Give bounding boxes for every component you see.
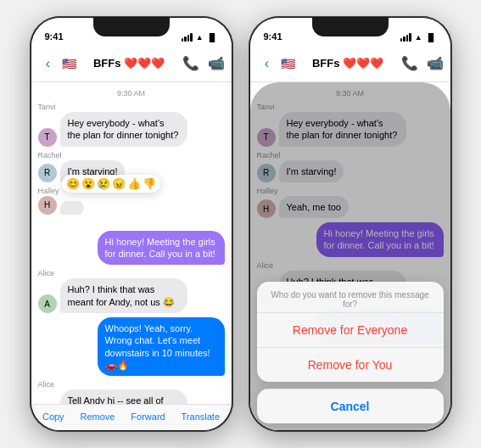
forward-button[interactable]: Forward — [131, 412, 165, 422]
copy-button[interactable]: Copy — [42, 412, 64, 422]
sender-alice1-left: Alice — [38, 269, 225, 277]
avatar-tanvi-left: T — [38, 128, 57, 147]
signal-icon-right — [400, 33, 411, 42]
action-sheet: Who do you want to remove this message f… — [250, 275, 450, 430]
notch-right — [312, 18, 389, 36]
phone-frame-left: 9:41 ▲ ▐▌ ‹ 🇺🇸 BFFs ❤️❤️❤️ — [30, 16, 233, 432]
bubble-rachel-right: I'm starving! — [279, 160, 344, 182]
notch-left — [93, 18, 170, 36]
time-right: 9:41 — [264, 31, 282, 42]
header-title-right: BFFs ❤️❤️❤️ — [302, 57, 394, 70]
group-name-right: BFFs ❤️❤️❤️ — [312, 57, 383, 70]
reaction-bar-left[interactable]: 😊 😮 😢 😠 👍 👎 — [62, 175, 160, 193]
back-button-right[interactable]: ‹ — [257, 56, 277, 71]
message-row-alice1-left: A Huh? I think that was meant for Andy, … — [38, 278, 225, 313]
chat-area-left: 9:30 AM Tanvi T Hey everybody - what's t… — [31, 82, 232, 404]
chat-header-right: ‹ 🇺🇸 BFFs ❤️❤️❤️ 📞 📹 — [250, 45, 450, 82]
message-row-tanvi-left: T Hey everybody - what's the plan for di… — [38, 112, 225, 147]
message-row-halley-left: H — [38, 196, 225, 215]
message-row-tanvi-right: T Hey everybody - what's the plan for di… — [257, 112, 444, 147]
status-icons-left: ▲ ▐▌ — [182, 33, 218, 42]
react-wow[interactable]: 😮 — [81, 177, 95, 190]
sender-halley-right: Halley — [257, 187, 444, 195]
timestamp-left: 9:30 AM — [38, 89, 225, 98]
flag-icon-left: 🇺🇸 — [62, 57, 76, 70]
header-actions-left: 📞 📹 — [182, 55, 225, 71]
bubble-halley-right: Yeah, me too — [279, 196, 349, 218]
signal-icon-left — [182, 33, 193, 42]
action-sheet-group: Who do you want to remove this message f… — [257, 282, 444, 382]
message-row-alice2-left: A Tell Andy hi -- see all of you soon! 🚕 — [38, 389, 225, 404]
remove-everyone-button[interactable]: Remove for Everyone — [257, 312, 444, 347]
bubble-alice1-left: Huh? I think that was meant for Andy, no… — [60, 278, 187, 313]
cancel-button[interactable]: Cancel — [257, 389, 444, 423]
battery-icon-right: ▐▌ — [426, 33, 437, 42]
message-row-halley-right: H Yeah, me too — [257, 196, 444, 218]
video-call-button-right[interactable]: 📹 — [427, 55, 444, 71]
bubble-purple-right: Hi honey! Meeting the girls for dinner. … — [316, 222, 444, 257]
message-row-purple-right: Hi honey! Meeting the girls for dinner. … — [257, 222, 444, 257]
react-thumbsup[interactable]: 👍 — [127, 177, 141, 190]
message-row-outgoing-purple-left: Hi honey! Meeting the girls for dinner. … — [38, 231, 225, 266]
group-name-left: BFFs ❤️❤️❤️ — [93, 57, 165, 70]
react-cry[interactable]: 😢 — [97, 177, 110, 190]
react-thumbsdown[interactable]: 👎 — [143, 177, 156, 190]
wifi-icon-left: ▲ — [196, 33, 204, 42]
time-left: 9:41 — [45, 31, 64, 42]
phone-call-button-left[interactable]: 📞 — [182, 55, 199, 71]
avatar-tanvi-right: T — [257, 128, 276, 147]
bubble-outgoing-blue-left: Whoops! Yeah, sorry. Wrong chat. Let's m… — [98, 317, 225, 376]
message-row-rachel-right: R I'm starving! — [257, 160, 444, 182]
bubble-halley-left — [60, 201, 84, 215]
phone-screen-right: 9:41 ▲ ▐▌ ‹ 🇺🇸 BFFs ❤️❤️❤️ — [250, 18, 450, 430]
avatar-alice1-left: A — [38, 294, 57, 313]
phone-call-button-right[interactable]: 📞 — [401, 55, 418, 71]
battery-icon-left: ▐▌ — [207, 33, 218, 42]
back-button-left[interactable]: ‹ — [38, 56, 59, 71]
translate-button[interactable]: Translate — [182, 412, 220, 422]
remove-you-button[interactable]: Remove for You — [257, 347, 444, 382]
chat-header-left: ‹ 🇺🇸 BFFs ❤️❤️❤️ 📞 📹 — [31, 45, 232, 82]
phone-frame-right: 9:41 ▲ ▐▌ ‹ 🇺🇸 BFFs ❤️❤️❤️ — [249, 16, 452, 432]
phone-left: 9:41 ▲ ▐▌ ‹ 🇺🇸 BFFs ❤️❤️❤️ — [30, 16, 233, 432]
react-angry[interactable]: 😠 — [112, 177, 126, 190]
bubble-alice2-left: Tell Andy hi -- see all of you soon! 🚕 — [60, 389, 187, 404]
sender-tanvi-right: Tanvi — [257, 103, 444, 111]
action-sheet-cancel-group: Cancel — [257, 389, 444, 423]
avatar-halley-right: H — [257, 199, 276, 218]
action-sheet-title: Who do you want to remove this message f… — [257, 282, 444, 312]
sender-rachel-right: Rachel — [257, 151, 444, 160]
sender-rachel-left: Rachel — [38, 151, 225, 160]
status-icons-right: ▲ ▐▌ — [400, 33, 437, 42]
avatar-rachel-left: R — [38, 164, 57, 182]
sender-alice2-left: Alice — [38, 380, 225, 389]
sender-alice-right: Alice — [257, 261, 444, 270]
bubble-tanvi-left: Hey everybody - what's the plan for dinn… — [60, 112, 187, 147]
timestamp-right: 9:30 AM — [257, 89, 444, 98]
bubble-tanvi-right: Hey everybody - what's the plan for dinn… — [279, 112, 406, 147]
video-call-button-left[interactable]: 📹 — [208, 55, 225, 71]
message-row-outgoing-blue-left: Whoops! Yeah, sorry. Wrong chat. Let's m… — [38, 317, 225, 376]
bubble-outgoing-purple-left: Hi honey! Meeting the girls for dinner. … — [98, 231, 225, 266]
action-bar-left: Copy Remove Forward Translate — [31, 404, 232, 430]
flag-icon-right: 🇺🇸 — [281, 57, 295, 70]
sender-tanvi-left: Tanvi — [38, 103, 225, 111]
header-title-left: BFFs ❤️❤️❤️ — [83, 57, 176, 70]
avatar-rachel-right: R — [257, 164, 276, 182]
wifi-icon-right: ▲ — [415, 33, 422, 42]
phone-screen-left: 9:41 ▲ ▐▌ ‹ 🇺🇸 BFFs ❤️❤️❤️ — [31, 18, 232, 430]
remove-button[interactable]: Remove — [81, 412, 115, 422]
react-smile[interactable]: 😊 — [66, 177, 80, 190]
phone-right: 9:41 ▲ ▐▌ ‹ 🇺🇸 BFFs ❤️❤️❤️ — [249, 16, 452, 432]
avatar-halley-left: H — [38, 196, 57, 215]
header-actions-right: 📞 📹 — [401, 55, 444, 71]
